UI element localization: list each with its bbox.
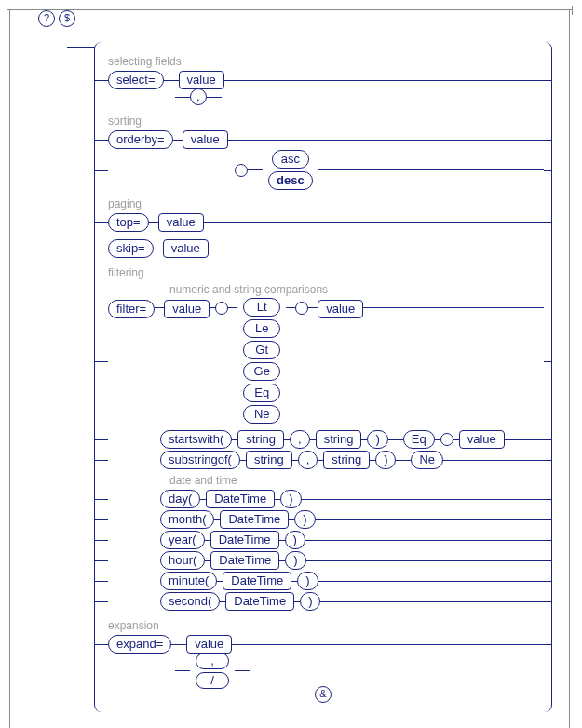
question-mark-node: ? (38, 10, 55, 27)
datetime-sublabel: date and time (169, 474, 551, 487)
filter-rhs-value: value (318, 300, 363, 318)
expansion-label: expansion (108, 619, 551, 632)
month-row: month( DateTime ) (95, 509, 551, 530)
minute-arg: DateTime (223, 572, 291, 590)
substringof-keyword: substringof( (160, 451, 240, 469)
eqne-branch (440, 433, 453, 446)
filter-op-branch-out (295, 302, 308, 315)
expand-row: expand= value (95, 634, 551, 654)
sorting-label: sorting (108, 115, 551, 128)
substringof-comma: , (298, 451, 318, 469)
orderby-value: value (183, 130, 228, 149)
month-arg: DateTime (220, 510, 289, 529)
asc-option: asc (272, 150, 309, 169)
expand-slash: / (196, 672, 229, 689)
year-arg: DateTime (210, 531, 279, 549)
expand-value: value (186, 635, 232, 654)
hour-rparen: ) (285, 551, 305, 570)
startswith-row: startswith( string , string ) Eq value (95, 429, 551, 450)
clauses-container: selecting fields select= value , sorting… (94, 42, 552, 712)
second-rparen: ) (300, 592, 320, 611)
day-func: day( (160, 490, 200, 508)
startswith-keyword: startswith( (160, 430, 232, 449)
hour-row: hour( DateTime ) (95, 550, 551, 571)
startswith-arg1: string (237, 430, 284, 449)
substringof-ne: Ne (411, 451, 443, 469)
filter-compare-row: filter= value Lt Le Gt Ge Eq Ne value (95, 298, 551, 424)
filtering-label: filtering (108, 266, 551, 279)
startswith-eq: Eq (403, 430, 435, 449)
op-ge: Ge (243, 362, 280, 381)
second-row: second( DateTime ) (95, 591, 551, 612)
select-loop: , (108, 90, 544, 107)
startswith-rparen: ) (367, 430, 387, 449)
paging-label: paging (108, 197, 551, 210)
day-arg: DateTime (206, 490, 275, 508)
skip-value: value (163, 239, 209, 258)
top-row: top= value (95, 212, 551, 233)
day-row: day( DateTime ) (95, 489, 551, 509)
select-comma: , (190, 88, 207, 105)
month-rparen: ) (294, 510, 315, 529)
hour-func: hour( (160, 551, 205, 570)
second-func: second( (160, 592, 220, 611)
minute-row: minute( DateTime ) (95, 571, 551, 591)
selecting-label: selecting fields (108, 55, 551, 68)
desc-option: desc (268, 171, 313, 190)
startswith-value: value (459, 430, 505, 449)
minute-func: minute( (160, 572, 217, 590)
startswith-comma: , (290, 430, 310, 449)
orderby-dir-row: asc desc (95, 150, 551, 190)
numstr-sublabel: numeric and string comparisons (169, 283, 551, 296)
hour-arg: DateTime (210, 551, 279, 570)
filter-lhs-value: value (164, 300, 210, 318)
ampersand-node: & (315, 686, 332, 703)
substringof-arg1: string (246, 451, 292, 469)
substringof-rparen: ) (375, 451, 396, 469)
expand-comma: , (196, 653, 229, 669)
startswith-arg2: string (316, 430, 362, 449)
op-ne: Ne (243, 405, 280, 424)
skip-keyword: skip= (108, 239, 154, 258)
orderby-row: orderby= value (95, 129, 551, 150)
second-arg: DateTime (225, 592, 294, 611)
substringof-arg2: string (323, 451, 370, 469)
year-func: year( (160, 531, 205, 549)
op-gt: Gt (243, 341, 280, 359)
filter-op-branch-in (215, 302, 228, 315)
prefix-row: ? $ (10, 18, 569, 36)
select-value: value (179, 71, 224, 89)
skip-row: skip= value (95, 238, 551, 259)
op-le: Le (243, 319, 280, 338)
comparison-ops: Lt Le Gt Ge Eq Ne (237, 298, 286, 424)
orderby-branch (235, 164, 248, 177)
filter-keyword: filter= (108, 300, 155, 318)
orderby-dir-options: asc desc (263, 150, 318, 190)
railroad-diagram: ? $ selecting fields select= value , sor… (9, 9, 570, 728)
year-row: year( DateTime ) (95, 530, 551, 550)
joiner-row: & (95, 686, 551, 703)
minute-rparen: ) (297, 572, 318, 590)
year-rparen: ) (285, 531, 305, 549)
substringof-row: substringof( string , string ) Ne (95, 450, 551, 470)
op-lt: Lt (243, 298, 280, 317)
expand-keyword: expand= (108, 635, 171, 654)
expand-seps: , / (190, 653, 235, 689)
orderby-keyword: orderby= (108, 130, 173, 149)
top-cap (7, 9, 573, 18)
day-rparen: ) (280, 490, 301, 508)
op-eq: Eq (243, 384, 280, 402)
top-keyword: top= (108, 213, 149, 232)
month-func: month( (160, 510, 214, 529)
top-value: value (158, 213, 204, 232)
select-row: select= value (95, 70, 551, 90)
dollar-node: $ (59, 10, 75, 27)
expand-loop: , / (108, 654, 544, 671)
select-keyword: select= (108, 71, 164, 89)
